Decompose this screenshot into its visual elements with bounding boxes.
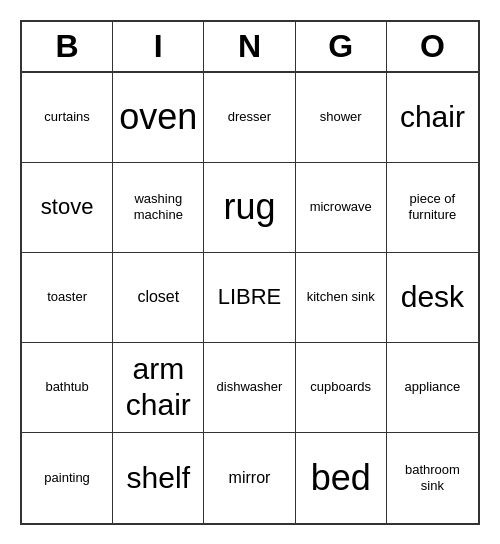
cell-text: piece of furniture (393, 191, 472, 222)
bingo-cell: arm chair (113, 343, 204, 433)
cell-text: desk (401, 279, 464, 315)
cell-text: closet (137, 287, 179, 306)
bingo-cell: dresser (204, 73, 295, 163)
bingo-cell: appliance (387, 343, 478, 433)
header-letter: O (387, 22, 478, 71)
header-letter: I (113, 22, 204, 71)
bingo-header: BINGO (22, 22, 478, 73)
bingo-cell: chair (387, 73, 478, 163)
bingo-grid: curtainsovendressershowerchairstovewashi… (22, 73, 478, 523)
bingo-cell: piece of furniture (387, 163, 478, 253)
cell-text: appliance (405, 379, 461, 395)
cell-text: microwave (310, 199, 372, 215)
bingo-cell: desk (387, 253, 478, 343)
bingo-cell: toaster (22, 253, 113, 343)
header-letter: B (22, 22, 113, 71)
bingo-cell: stove (22, 163, 113, 253)
cell-text: chair (400, 99, 465, 135)
cell-text: oven (119, 95, 197, 138)
bingo-cell: rug (204, 163, 295, 253)
bingo-cell: shelf (113, 433, 204, 523)
cell-text: LIBRE (218, 284, 282, 310)
bingo-cell: curtains (22, 73, 113, 163)
bingo-cell: mirror (204, 433, 295, 523)
cell-text: toaster (47, 289, 87, 305)
bingo-cell: washing machine (113, 163, 204, 253)
cell-text: kitchen sink (307, 289, 375, 305)
cell-text: washing machine (119, 191, 197, 222)
bingo-cell: oven (113, 73, 204, 163)
cell-text: cupboards (310, 379, 371, 395)
cell-text: stove (41, 194, 94, 220)
bingo-cell: bed (296, 433, 387, 523)
cell-text: bathtub (45, 379, 88, 395)
cell-text: shelf (127, 460, 190, 496)
bingo-cell: bathroom sink (387, 433, 478, 523)
bingo-cell: closet (113, 253, 204, 343)
bingo-cell: kitchen sink (296, 253, 387, 343)
bingo-cell: cupboards (296, 343, 387, 433)
bingo-cell: dishwasher (204, 343, 295, 433)
cell-text: bed (311, 456, 371, 499)
cell-text: bathroom sink (393, 462, 472, 493)
bingo-cell: painting (22, 433, 113, 523)
bingo-cell: LIBRE (204, 253, 295, 343)
bingo-cell: microwave (296, 163, 387, 253)
cell-text: curtains (44, 109, 90, 125)
cell-text: mirror (229, 468, 271, 487)
cell-text: arm chair (119, 351, 197, 423)
cell-text: shower (320, 109, 362, 125)
cell-text: painting (44, 470, 90, 486)
bingo-card: BINGO curtainsovendressershowerchairstov… (20, 20, 480, 525)
header-letter: N (204, 22, 295, 71)
cell-text: rug (223, 185, 275, 228)
bingo-cell: bathtub (22, 343, 113, 433)
bingo-cell: shower (296, 73, 387, 163)
cell-text: dresser (228, 109, 271, 125)
header-letter: G (296, 22, 387, 71)
cell-text: dishwasher (217, 379, 283, 395)
